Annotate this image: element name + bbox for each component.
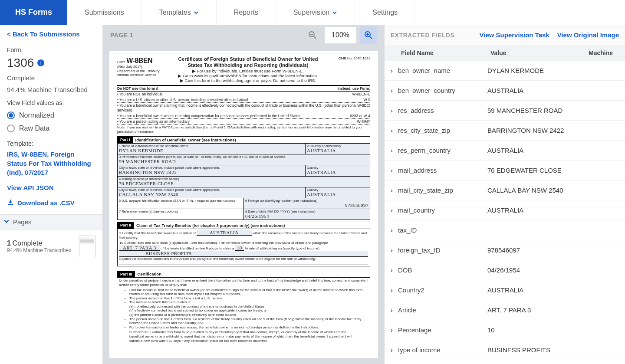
doc-bullet: • You are a person acting as an intermed… [117, 119, 190, 124]
field-row[interactable]: ›DOB04/26/1954 [385, 260, 625, 280]
doc-bullet: • You are NOT an individual [117, 92, 162, 96]
back-to-submissions-link[interactable]: < Back To Submissions [7, 30, 95, 38]
cert-b4: The person named on line 1 of this form … [129, 317, 370, 325]
view-supervision-link[interactable]: View Supervision Task [480, 31, 549, 39]
field-name: mail_address [398, 167, 487, 174]
zoom-in-button[interactable] [360, 26, 377, 44]
field-name: type of income [398, 346, 487, 354]
svg-line-6 [370, 36, 372, 39]
radio-icon [7, 125, 15, 132]
field-row[interactable]: ›mail_city_state_zipCALLALA BAY NSW 2540 [385, 180, 625, 200]
field-row[interactable]: ›ArticleART. 7 PARA 3 [385, 300, 625, 320]
fields-table-header: Field Name Value Machine [385, 45, 625, 61]
col-field-name: Field Name [391, 49, 490, 56]
doc-bullet: • You are a U.S. citizen or other U.S. p… [117, 98, 248, 102]
chevron-right-icon: › [391, 246, 393, 254]
field-row[interactable]: ›res_address59 MANCHESTER ROAD [385, 101, 625, 121]
page-thumbnail [79, 236, 95, 257]
document-viewer: PAGE 1 100% Form W-8BEN (Rev. July 2017)… [103, 25, 384, 364]
doc-f10-article: ART. 7 PARA 3 [119, 245, 160, 251]
cert-b2: The person named on line 1 of this form … [129, 296, 370, 301]
cert-b3: The income to which this form relates is… [129, 300, 370, 305]
field-name: foreign_tax_ID [398, 246, 487, 254]
doc-bullet-r: W-9 [364, 98, 370, 102]
part2-tag: Part II [118, 222, 134, 229]
cert-b1: I am the individual that is the benefici… [129, 288, 370, 296]
field-name: ben_owner_name [398, 67, 487, 74]
tab-supervision[interactable]: Supervision [276, 0, 355, 25]
radio-normalized[interactable]: Normalized [7, 111, 95, 119]
radio-normalized-label: Normalized [19, 111, 54, 119]
chevron-down-icon [3, 218, 10, 226]
pages-header[interactable]: Pages [0, 214, 102, 230]
chevron-right-icon: › [391, 226, 393, 234]
document-page: Form W-8BEN (Rev. July 2017) Department … [109, 51, 378, 358]
field-row[interactable]: ›type of incomeBUSINESS PROFITS [385, 340, 625, 360]
page-entry-num: 1 [7, 239, 11, 247]
doc-omb: OMB No. 1545-1621 [336, 56, 370, 83]
doc-f10-label: 10 Special rates and conditions (if appl… [119, 241, 368, 245]
doc-f10-type: BUSINESS PROFITS [119, 251, 368, 257]
zoom-level: 100% [325, 27, 356, 43]
col-value: Value [490, 49, 589, 56]
top-nav: HS Forms Submissions Templates Reports S… [0, 0, 625, 25]
field-name: ben_owner_country [398, 87, 487, 94]
doc-bullet: • You are a beneficial owner claiming th… [117, 103, 357, 112]
cert-intro: Under penalties of perjury, I declare th… [117, 278, 370, 288]
document-viewport[interactable]: Form W-8BEN (Rev. July 2017) Department … [103, 45, 384, 364]
info-icon[interactable]: i [37, 59, 44, 66]
cert-b5: For broker transactions or barter exchan… [129, 325, 370, 330]
doc-bullet-r: 8233 or W-4 [350, 114, 370, 118]
field-row[interactable]: ›ben_owner_nameDYLAN KERMODE [385, 61, 625, 81]
field-name: tax_ID [398, 226, 487, 234]
field-row[interactable]: ›Percentage10 [385, 320, 625, 340]
doc-f1-label: 1 Name of individual who is the benefici… [119, 144, 304, 148]
zoom-out-button[interactable] [304, 26, 321, 44]
main-layout: < Back To Submissions Form: 1306 i Compl… [0, 25, 625, 364]
tab-settings[interactable]: Settings [355, 0, 415, 25]
view-api-json-link[interactable]: View API JSON [7, 184, 95, 191]
doc-f3b-label: City or town, state or province. Include… [119, 166, 304, 170]
field-row[interactable]: ›mail_address76 EDGEWATER CLOSE [385, 161, 625, 180]
field-row[interactable]: ›foreign_tax_ID978546097 [385, 240, 625, 260]
doc-f8-label: 8 Date of birth (MM-DD-YYYY) (see instru… [245, 210, 368, 213]
tab-reports[interactable]: Reports [217, 0, 276, 25]
field-row[interactable]: ›tax_ID [385, 220, 625, 240]
chevron-right-icon: › [391, 147, 393, 154]
part3-tag: Part III [118, 271, 135, 278]
template-link[interactable]: IRS, W-8BEN, Foreign Status For Tax With… [7, 150, 95, 177]
tab-submissions[interactable]: Submissions [67, 0, 142, 25]
template-label: Template: [7, 140, 95, 147]
radio-raw-data[interactable]: Raw Data [7, 125, 95, 132]
chevron-right-icon: › [391, 167, 393, 174]
doc-rev: (Rev. July 2017) [117, 65, 161, 69]
doc-f4b-label: City or town, state or province. Include… [119, 188, 304, 192]
download-csv-link[interactable]: Download as .CSV [7, 198, 95, 207]
field-row[interactable]: ›res_perm_countryAUSTRALIA [385, 141, 625, 161]
field-row[interactable]: ›ben_owner_countryAUSTRALIA [385, 81, 625, 101]
field-row[interactable]: ›mail_countryAUSTRALIA [385, 200, 625, 220]
field-row[interactable]: ›res_city_state_zipBARRINGTON NSW 2422 [385, 121, 625, 141]
radio-raw-label: Raw Data [19, 125, 49, 132]
chevron-right-icon: › [391, 207, 393, 214]
chevron-right-icon: › [391, 187, 393, 194]
field-value: CALLALA BAY NSW 2540 [487, 187, 619, 194]
tab-templates[interactable]: Templates [142, 0, 217, 25]
page-entry[interactable]: 1 Complete 94.4% Machine Transcribed [7, 232, 95, 261]
field-row[interactable]: ›Country2AUSTRALIA [385, 280, 625, 300]
field-name: res_city_state_zip [398, 127, 487, 134]
pages-header-label: Pages [13, 218, 32, 226]
doc-f3c-val: AUSTRALIA [307, 170, 368, 175]
svg-line-2 [314, 36, 316, 39]
doc-title-1: Certificate of Foreign Status of Benefic… [165, 56, 331, 62]
chevron-right-icon: › [391, 107, 393, 114]
cert-b3c: (c) the partner's share of a partnership… [117, 313, 370, 317]
tab-supervision-label: Supervision [293, 9, 330, 16]
view-original-link[interactable]: View Original Image [557, 31, 619, 39]
extracted-fields-panel: EXTRACTED FIELDS View Supervision Task V… [384, 25, 625, 364]
doc-f3-val: 59 MANCHESTER ROAD [119, 159, 368, 164]
chevron-right-icon: › [391, 286, 393, 294]
doc-dept: Department of the Treasury Internal Reve… [117, 69, 161, 77]
doc-f5-label: 5 U.S. taxpayer identification number (S… [119, 199, 242, 203]
field-name: mail_country [398, 207, 487, 214]
